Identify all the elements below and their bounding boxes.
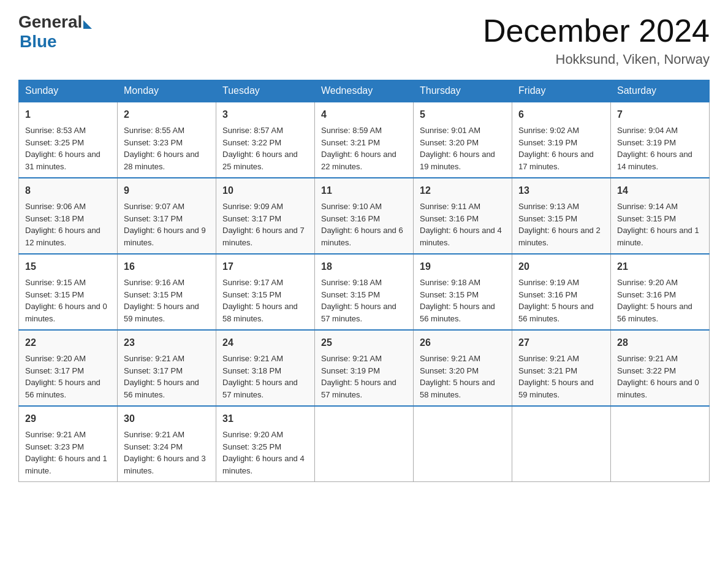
day-number: 29 <box>25 412 111 426</box>
daylight-text: Daylight: 5 hours and 57 minutes. <box>321 302 396 323</box>
daylight-text: Daylight: 6 hours and 1 minute. <box>617 226 699 247</box>
day-number: 5 <box>420 107 506 122</box>
calendar-day-cell: 29Sunrise: 9:21 AMSunset: 3:23 PMDayligh… <box>19 406 118 482</box>
daylight-text: Daylight: 5 hours and 56 minutes. <box>25 378 100 399</box>
sunset-text: Sunset: 3:15 PM <box>25 290 84 299</box>
sunset-text: Sunset: 3:22 PM <box>617 366 676 375</box>
sunset-text: Sunset: 3:22 PM <box>222 138 281 147</box>
sunset-text: Sunset: 3:16 PM <box>617 290 676 299</box>
day-number: 18 <box>321 259 407 274</box>
sunset-text: Sunset: 3:17 PM <box>25 366 84 375</box>
calendar-day-cell: 7Sunrise: 9:04 AMSunset: 3:19 PMDaylight… <box>611 102 710 178</box>
sunset-text: Sunset: 3:15 PM <box>518 214 577 223</box>
sunset-text: Sunset: 3:15 PM <box>321 290 380 299</box>
daylight-text: Daylight: 6 hours and 22 minutes. <box>321 150 396 171</box>
sunset-text: Sunset: 3:25 PM <box>25 138 84 147</box>
day-number: 25 <box>321 335 407 350</box>
sunrise-text: Sunrise: 9:20 AM <box>222 430 283 439</box>
calendar-day-cell: 11Sunrise: 9:10 AMSunset: 3:16 PMDayligh… <box>315 178 414 254</box>
calendar-day-cell: 16Sunrise: 9:16 AMSunset: 3:15 PMDayligh… <box>118 254 216 330</box>
header-thursday: Thursday <box>414 80 512 102</box>
daylight-text: Daylight: 6 hours and 0 minutes. <box>617 378 699 399</box>
calendar-day-cell: 18Sunrise: 9:18 AMSunset: 3:15 PMDayligh… <box>315 254 414 330</box>
sunrise-text: Sunrise: 9:19 AM <box>518 278 579 287</box>
sunset-text: Sunset: 3:16 PM <box>518 290 577 299</box>
calendar-day-cell: 1Sunrise: 8:53 AMSunset: 3:25 PMDaylight… <box>19 102 118 178</box>
day-number: 6 <box>518 107 604 122</box>
calendar-day-cell: 14Sunrise: 9:14 AMSunset: 3:15 PMDayligh… <box>611 178 710 254</box>
sunrise-text: Sunrise: 9:11 AM <box>420 202 480 211</box>
sunrise-text: Sunrise: 8:53 AM <box>25 126 86 135</box>
sunrise-text: Sunrise: 9:20 AM <box>25 354 86 363</box>
day-number: 26 <box>420 335 506 350</box>
header-saturday: Saturday <box>611 80 710 102</box>
calendar-day-cell: 30Sunrise: 9:21 AMSunset: 3:24 PMDayligh… <box>118 406 216 482</box>
sunrise-text: Sunrise: 9:09 AM <box>222 202 283 211</box>
location-subtitle: Hokksund, Viken, Norway <box>483 52 710 67</box>
sunrise-text: Sunrise: 9:04 AM <box>617 126 678 135</box>
sunrise-text: Sunrise: 9:18 AM <box>321 278 382 287</box>
daylight-text: Daylight: 6 hours and 14 minutes. <box>617 150 692 171</box>
sunset-text: Sunset: 3:21 PM <box>321 138 380 147</box>
calendar-day-cell: 8Sunrise: 9:06 AMSunset: 3:18 PMDaylight… <box>19 178 118 254</box>
daylight-text: Daylight: 6 hours and 12 minutes. <box>25 226 100 247</box>
sunrise-text: Sunrise: 9:13 AM <box>518 202 579 211</box>
calendar-day-cell <box>414 406 512 482</box>
calendar-week-row: 1Sunrise: 8:53 AMSunset: 3:25 PMDaylight… <box>19 102 710 178</box>
daylight-text: Daylight: 6 hours and 19 minutes. <box>420 150 495 171</box>
daylight-text: Daylight: 6 hours and 0 minutes. <box>25 302 107 323</box>
sunrise-text: Sunrise: 9:02 AM <box>518 126 579 135</box>
calendar-week-row: 8Sunrise: 9:06 AMSunset: 3:18 PMDaylight… <box>19 178 710 254</box>
sunset-text: Sunset: 3:23 PM <box>25 442 84 451</box>
sunset-text: Sunset: 3:15 PM <box>617 214 676 223</box>
header-monday: Monday <box>118 80 216 102</box>
calendar-day-cell: 12Sunrise: 9:11 AMSunset: 3:16 PMDayligh… <box>414 178 512 254</box>
day-number: 7 <box>617 107 703 122</box>
daylight-text: Daylight: 6 hours and 17 minutes. <box>518 150 594 171</box>
month-title: December 2024 <box>483 12 710 49</box>
calendar-day-cell: 24Sunrise: 9:21 AMSunset: 3:18 PMDayligh… <box>216 330 315 406</box>
calendar-day-cell: 13Sunrise: 9:13 AMSunset: 3:15 PMDayligh… <box>512 178 611 254</box>
daylight-text: Daylight: 6 hours and 1 minute. <box>25 454 107 475</box>
daylight-text: Daylight: 6 hours and 28 minutes. <box>124 150 199 171</box>
sunrise-text: Sunrise: 8:57 AM <box>222 126 283 135</box>
sunrise-text: Sunrise: 8:55 AM <box>124 126 184 135</box>
sunset-text: Sunset: 3:15 PM <box>124 290 183 299</box>
logo: General Blue <box>18 12 92 52</box>
sunrise-text: Sunrise: 9:21 AM <box>222 354 283 363</box>
header-friday: Friday <box>512 80 611 102</box>
daylight-text: Daylight: 6 hours and 9 minutes. <box>124 226 206 247</box>
calendar-day-cell: 26Sunrise: 9:21 AMSunset: 3:20 PMDayligh… <box>414 330 512 406</box>
sunrise-text: Sunrise: 9:21 AM <box>518 354 579 363</box>
sunrise-text: Sunrise: 9:07 AM <box>124 202 184 211</box>
sunrise-text: Sunrise: 8:59 AM <box>321 126 382 135</box>
calendar-day-cell: 19Sunrise: 9:18 AMSunset: 3:15 PMDayligh… <box>414 254 512 330</box>
daylight-text: Daylight: 6 hours and 4 minutes. <box>420 226 502 247</box>
calendar-day-cell: 2Sunrise: 8:55 AMSunset: 3:23 PMDaylight… <box>118 102 216 178</box>
day-number: 16 <box>124 259 210 274</box>
daylight-text: Daylight: 5 hours and 58 minutes. <box>222 302 298 323</box>
day-number: 9 <box>124 183 210 198</box>
sunrise-text: Sunrise: 9:21 AM <box>420 354 480 363</box>
calendar-day-cell: 17Sunrise: 9:17 AMSunset: 3:15 PMDayligh… <box>216 254 315 330</box>
calendar-day-cell: 6Sunrise: 9:02 AMSunset: 3:19 PMDaylight… <box>512 102 611 178</box>
sunrise-text: Sunrise: 9:21 AM <box>124 430 184 439</box>
sunrise-text: Sunrise: 9:21 AM <box>321 354 382 363</box>
sunset-text: Sunset: 3:16 PM <box>420 214 479 223</box>
calendar-day-cell: 20Sunrise: 9:19 AMSunset: 3:16 PMDayligh… <box>512 254 611 330</box>
day-number: 22 <box>25 335 111 350</box>
daylight-text: Daylight: 5 hours and 57 minutes. <box>321 378 396 399</box>
calendar-day-cell: 27Sunrise: 9:21 AMSunset: 3:21 PMDayligh… <box>512 330 611 406</box>
sunset-text: Sunset: 3:17 PM <box>124 214 183 223</box>
sunset-text: Sunset: 3:20 PM <box>420 366 479 375</box>
header-sunday: Sunday <box>19 80 118 102</box>
daylight-text: Daylight: 6 hours and 2 minutes. <box>518 226 601 247</box>
day-number: 19 <box>420 259 506 274</box>
sunrise-text: Sunrise: 9:20 AM <box>617 278 678 287</box>
day-number: 1 <box>25 107 111 122</box>
daylight-text: Daylight: 6 hours and 25 minutes. <box>222 150 298 171</box>
day-number: 4 <box>321 107 407 122</box>
header-tuesday: Tuesday <box>216 80 315 102</box>
day-number: 23 <box>124 335 210 350</box>
logo-blue-text: Blue <box>20 32 92 52</box>
